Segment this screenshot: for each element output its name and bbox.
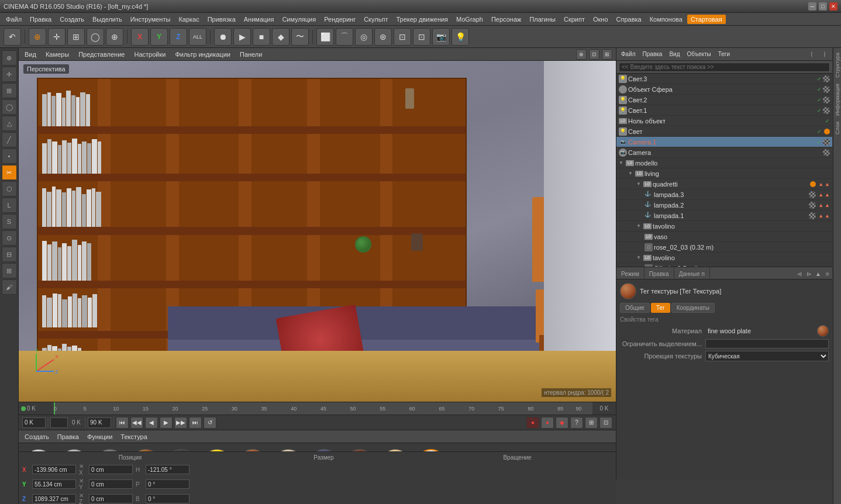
menu-edit[interactable]: Правка [26, 15, 55, 24]
anim-stop[interactable]: ■ [253, 28, 270, 46]
menu-sculpt[interactable]: Скульпт [360, 15, 391, 24]
axis-z[interactable]: Z [170, 28, 187, 46]
tree-lampada2[interactable]: ⚓ lampada.2 ▲ ▲ [616, 200, 832, 210]
tree-tavolino1[interactable]: ▼ L0 tavolino [616, 221, 832, 232]
transform-tool[interactable]: ⊕ [106, 28, 123, 46]
attr-tab-coord[interactable]: Координаты [671, 303, 715, 313]
sidebar-move[interactable]: ✛ [2, 67, 17, 82]
timeline-ruler[interactable]: 0 5 10 15 20 25 30 35 40 45 50 55 60 65 … [54, 402, 592, 415]
axis-all[interactable]: ALL [189, 28, 206, 46]
size-z[interactable]: 0 cm [89, 494, 133, 503]
struct-tab-structure[interactable]: Структура [834, 50, 841, 80]
menu-sim[interactable]: Симуляция [278, 15, 319, 24]
sidebar-rotate[interactable]: ◯ [2, 99, 17, 115]
obj-mograph[interactable]: ⊛ [374, 28, 392, 46]
vp-btn-3[interactable]: ⊞ [602, 49, 612, 60]
select-tool[interactable]: ⊕ [29, 28, 46, 46]
tree-camera1[interactable]: 📷 Camera.1 ✓ [616, 137, 832, 147]
sidebar-magnet[interactable]: ⊙ [2, 230, 17, 246]
obj-spline[interactable]: ⌒ [336, 28, 353, 46]
transport-next[interactable]: ▶▶ [174, 417, 187, 429]
sidebar-brush[interactable]: S [2, 214, 17, 229]
tree-sphere[interactable]: Объект Сфера ✓ [616, 84, 832, 95]
size-y[interactable]: 0 cm [89, 479, 133, 489]
mat-edit[interactable]: Правка [55, 433, 81, 440]
menu-animate[interactable]: Анимация [240, 15, 278, 24]
menu-select[interactable]: Выделить [89, 15, 126, 24]
close-button[interactable]: ✕ [829, 2, 837, 11]
attr-tab-teg[interactable]: Тег [651, 303, 670, 313]
transport-record-red[interactable]: ● [526, 417, 539, 429]
vp-menu-settings[interactable]: Настройки [132, 51, 168, 58]
tree-lampada3[interactable]: ⚓ lampada.3 ▲ ▲ [616, 189, 832, 200]
axis-y[interactable]: Y [150, 28, 168, 46]
vp-btn-2[interactable]: ⊡ [589, 49, 599, 60]
sidebar-edge[interactable]: ╱ [2, 132, 17, 147]
undo-button[interactable]: ↶ [4, 28, 21, 46]
menu-start[interactable]: Стартовая [687, 15, 726, 24]
vp-menu-filter[interactable]: Фильтр индикации [173, 51, 233, 58]
tree-svet2[interactable]: 💡 Свет.2 ✓ [616, 95, 832, 105]
sidebar-knife[interactable]: ✂ [2, 165, 17, 180]
menu-help[interactable]: Справка [613, 15, 645, 24]
tree-vaso[interactable]: L0 vaso [616, 232, 832, 242]
frame-input2[interactable] [50, 417, 68, 428]
menu-file[interactable]: Файл [2, 15, 25, 24]
minimize-button[interactable]: ─ [808, 2, 816, 11]
anim-play[interactable]: ▶ [233, 28, 251, 46]
sidebar-poly[interactable]: △ [2, 116, 17, 131]
rotate-tool[interactable]: ◯ [87, 28, 104, 46]
mat-func[interactable]: Функции [85, 433, 115, 440]
tree-tavolino2[interactable]: ▼ L0 tavolino [616, 253, 832, 263]
mode-tool-2[interactable]: ⊳ [804, 267, 814, 280]
vp-menu-view[interactable]: Вид [22, 51, 39, 58]
pos-x[interactable]: -139.906 cm [32, 465, 76, 474]
mode-tab-data[interactable]: Данные п [674, 267, 710, 280]
tree-svet1[interactable]: 💡 Свет.1 ✓ [616, 105, 832, 116]
pos-z[interactable]: 1089.327 cm [32, 494, 76, 503]
sidebar-loop[interactable]: L [2, 198, 17, 213]
tree-svet[interactable]: 💡 Свет ✓ [616, 126, 832, 137]
menu-tools[interactable]: Инструменты [127, 15, 174, 24]
struct-tab-info[interactable]: Информация [834, 81, 841, 118]
tree-living[interactable]: ▼ L0 living [616, 168, 832, 179]
rot-x[interactable]: -121.05 ° [146, 465, 189, 474]
tree-rose[interactable]: □ rose_02_03 (0.32 m) [616, 242, 832, 253]
rot-y[interactable]: 0 ° [146, 479, 189, 489]
tree-expand-tav1[interactable]: ▼ [636, 223, 641, 229]
tree-expand-living[interactable]: ▼ [628, 171, 633, 176]
vp-menu-cameras[interactable]: Камеры [43, 51, 71, 58]
tree-lampada1[interactable]: ⚓ lampada.1 ▲ ▲ [616, 210, 832, 221]
pos-y[interactable]: 55.134 cm [32, 479, 76, 489]
sidebar-grid[interactable]: ⊞ [2, 263, 17, 278]
attr-tab-general[interactable]: Общие [620, 303, 650, 313]
mode-tool-3[interactable]: ▲ [814, 267, 823, 280]
tree-expand-modello[interactable]: ▼ [619, 160, 623, 165]
menu-snap[interactable]: Привязка [204, 15, 239, 24]
vp-menu-panels[interactable]: Панели [237, 51, 264, 58]
menu-frame[interactable]: Каркас [175, 15, 202, 24]
menu-window[interactable]: Окно [590, 15, 612, 24]
sidebar-point[interactable]: • [2, 149, 17, 164]
sidebar-select[interactable]: ⊕ [2, 50, 17, 65]
anim-key[interactable]: ◆ [272, 28, 289, 46]
transport-prev-key[interactable]: ◀◀ [130, 417, 143, 429]
anim-curve[interactable]: 〜 [291, 28, 309, 46]
maximize-button[interactable]: □ [819, 2, 827, 11]
end-frame-input[interactable] [88, 417, 111, 428]
prop-proj-select[interactable]: Кубическая [705, 351, 829, 361]
menu-create[interactable]: Создать [56, 15, 88, 24]
menu-script[interactable]: Скрипт [560, 15, 588, 24]
light-btn[interactable]: 💡 [451, 28, 469, 46]
obj-deform[interactable]: ⊡ [394, 28, 411, 46]
vp-menu-display[interactable]: Представление [76, 51, 127, 58]
move-tool[interactable]: ✛ [48, 28, 66, 46]
sidebar-scale[interactable]: ⊞ [2, 83, 17, 98]
frame-input[interactable] [22, 417, 46, 428]
transport-prev[interactable]: ◀ [145, 417, 158, 429]
render-btn[interactable]: ⊡ [413, 28, 430, 46]
mode-tab-regime[interactable]: Режим [616, 267, 644, 280]
mode-tool-4[interactable]: ≡ [823, 267, 832, 280]
scale-tool[interactable]: ⊞ [67, 28, 85, 46]
rt-btn-2[interactable]: ⟩ [819, 49, 830, 60]
